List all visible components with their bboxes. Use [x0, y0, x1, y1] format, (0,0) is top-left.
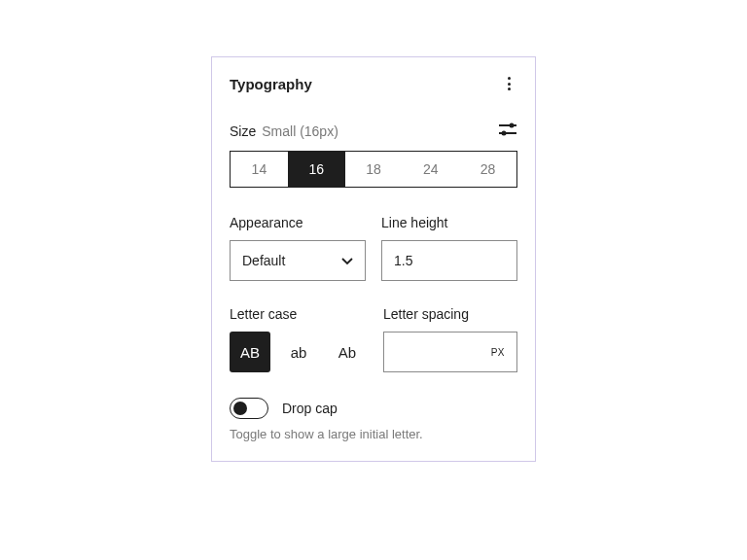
size-option-28[interactable]: 28	[459, 152, 516, 187]
panel-header: Typography	[230, 75, 517, 92]
typography-panel: Typography Size Small (16px) 14 16 18 24…	[211, 56, 536, 462]
svg-point-3	[502, 131, 507, 136]
size-option-18[interactable]: 18	[345, 152, 403, 187]
size-label-group: Size Small (16px)	[230, 123, 338, 139]
appearance-value: Default	[242, 253, 285, 268]
more-options-icon[interactable]	[500, 75, 517, 92]
panel-title: Typography	[230, 76, 312, 92]
appearance-field: Appearance Default	[230, 215, 366, 281]
toggle-knob	[233, 402, 247, 415]
appearance-select[interactable]: Default	[230, 240, 366, 281]
line-height-input[interactable]: 1.5	[381, 240, 517, 281]
size-option-16[interactable]: 16	[288, 152, 345, 187]
letter-spacing-unit: PX	[491, 347, 505, 358]
drop-cap-toggle[interactable]	[230, 398, 268, 419]
letter-case-field: Letter case AB ab Ab	[230, 306, 368, 372]
size-header-row: Size Small (16px)	[230, 122, 517, 141]
case-lowercase-button[interactable]: ab	[278, 332, 319, 372]
chevron-down-icon	[341, 253, 353, 268]
letter-spacing-label: Letter spacing	[383, 306, 517, 322]
sliders-icon[interactable]	[498, 122, 517, 141]
drop-cap-label: Drop cap	[282, 401, 338, 416]
drop-cap-help: Toggle to show a large initial letter.	[230, 427, 517, 441]
line-height-field: Line height 1.5	[381, 215, 517, 281]
appearance-label: Appearance	[230, 215, 366, 230]
size-segmented-control: 14 16 18 24 28	[230, 151, 517, 188]
size-option-24[interactable]: 24	[402, 152, 459, 187]
letter-spacing-field: Letter spacing PX	[383, 306, 517, 372]
size-option-14[interactable]: 14	[231, 152, 288, 187]
appearance-row: Appearance Default Line height 1.5	[230, 215, 517, 281]
letter-case-label: Letter case	[230, 306, 368, 322]
svg-point-1	[510, 123, 515, 128]
letter-case-group: AB ab Ab	[230, 332, 368, 372]
letter-spacing-input[interactable]: PX	[383, 332, 517, 372]
line-height-label: Line height	[381, 215, 517, 230]
size-label: Size	[230, 123, 256, 139]
size-hint: Small (16px)	[262, 123, 338, 139]
line-height-value: 1.5	[394, 253, 412, 268]
case-capitalize-button[interactable]: Ab	[327, 332, 368, 372]
case-uppercase-button[interactable]: AB	[230, 332, 270, 372]
drop-cap-row: Drop cap	[230, 398, 517, 419]
letter-row: Letter case AB ab Ab Letter spacing PX	[230, 306, 517, 372]
